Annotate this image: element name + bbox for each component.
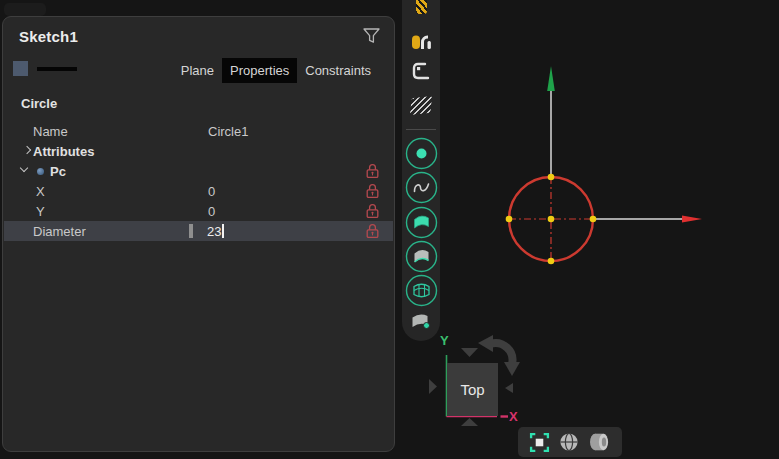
x-label: X	[36, 184, 45, 199]
x-axis-arrow	[682, 216, 702, 223]
circle-tool-icon[interactable]	[405, 137, 438, 170]
name-value[interactable]: Circle1	[208, 124, 248, 139]
camera-icon[interactable]	[588, 432, 611, 452]
property-row-name[interactable]: Name Circle1	[4, 121, 393, 141]
sketch-linestyle-swatch[interactable]	[37, 67, 77, 71]
text-caret	[222, 224, 224, 238]
quadrant-point[interactable]	[506, 216, 513, 223]
surface-blend-icon[interactable]	[405, 240, 438, 273]
chevron-right-icon[interactable]	[23, 146, 31, 154]
name-label: Name	[33, 124, 68, 139]
rotate-cw-arrowhead[interactable]	[504, 362, 520, 376]
sketch-properties-panel: Sketch1 Plane Properties Constraints Cir…	[2, 16, 395, 452]
point-dot-icon	[37, 168, 44, 175]
diameter-value: 23	[207, 224, 221, 239]
lock-icon[interactable]	[366, 203, 379, 219]
drill-icon[interactable]	[416, 0, 427, 14]
quadrant-point[interactable]	[590, 216, 597, 223]
property-rows: Name Circle1 Attributes Pc X 0	[4, 121, 393, 241]
property-row-diameter[interactable]: Diameter 23	[4, 221, 393, 241]
spline-tool-icon[interactable]	[405, 171, 438, 204]
diameter-label: Diameter	[33, 224, 86, 239]
attributes-label: Attributes	[33, 144, 94, 159]
sheet-point-icon[interactable]	[409, 312, 433, 332]
insert-block-icon[interactable]	[411, 61, 431, 81]
rotate-cw-arrowhead[interactable]	[478, 335, 493, 352]
diameter-input[interactable]: 23	[207, 221, 224, 241]
y-label: Y	[36, 204, 45, 219]
filter-icon[interactable]	[362, 27, 381, 45]
y-axis-arrow	[547, 66, 555, 91]
panel-tabs: Plane Properties Constraints	[173, 58, 379, 83]
view-cube-face-top[interactable]: Top	[447, 363, 498, 416]
rotate-up-arrow[interactable]	[461, 418, 478, 426]
chevron-down-icon[interactable]	[20, 164, 28, 172]
tree-row-pc[interactable]: Pc	[4, 161, 393, 181]
property-row-y[interactable]: Y 0	[4, 201, 393, 221]
quadrant-point[interactable]	[548, 258, 555, 265]
tab-properties[interactable]: Properties	[222, 58, 297, 83]
y-value[interactable]: 0	[208, 204, 215, 219]
fit-view-icon[interactable]	[529, 432, 550, 453]
center-point[interactable]	[548, 216, 555, 223]
rotate-cw-arc[interactable]	[490, 343, 512, 364]
lock-icon[interactable]	[366, 183, 379, 199]
value-drag-handle[interactable]	[189, 224, 193, 238]
pc-label: Pc	[50, 164, 66, 179]
rotate-down-arrow[interactable]	[461, 348, 478, 357]
surface-fill-icon[interactable]	[405, 206, 438, 239]
surface-grid-icon[interactable]	[405, 274, 438, 307]
tool-strip	[402, 0, 440, 341]
rotate-left-arrow[interactable]	[505, 383, 513, 393]
panel-grab-handle[interactable]	[4, 3, 46, 16]
lock-icon[interactable]	[366, 163, 379, 179]
section-title: Circle	[21, 96, 57, 111]
hole-icon[interactable]	[410, 33, 433, 51]
view-toolbar	[518, 427, 622, 457]
quadrant-point[interactable]	[548, 174, 555, 181]
orbit-sphere-icon[interactable]	[559, 432, 579, 452]
x-value[interactable]: 0	[208, 184, 215, 199]
tree-row-attributes[interactable]: Attributes	[4, 141, 393, 161]
tab-constraints[interactable]: Constraints	[297, 58, 379, 83]
gizmo-x-label: X	[509, 409, 518, 424]
sketch-color-swatch[interactable]	[13, 61, 28, 76]
view-face-label: Top	[460, 381, 484, 398]
lock-icon[interactable]	[366, 223, 379, 239]
view-gizmo[interactable]: Top Y X	[420, 330, 532, 436]
panel-title: Sketch1	[19, 28, 78, 45]
tab-plane[interactable]: Plane	[173, 58, 222, 83]
property-row-x[interactable]: X 0	[4, 181, 393, 201]
toolbar-divider	[406, 129, 436, 130]
hatch-icon[interactable]	[410, 96, 432, 115]
gizmo-y-label: Y	[440, 333, 449, 348]
rotate-right-arrow[interactable]	[429, 379, 437, 394]
